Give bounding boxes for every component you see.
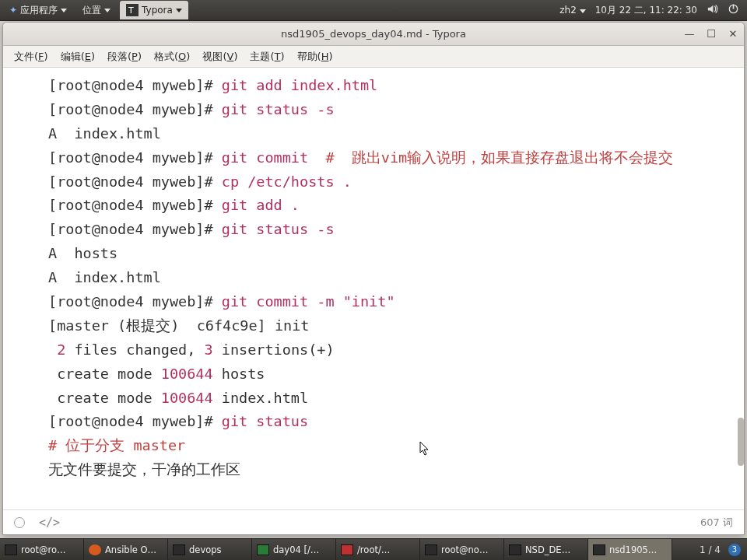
volume-icon[interactable] bbox=[707, 3, 718, 17]
taskbar-item[interactable]: devops bbox=[168, 539, 252, 560]
taskbar-item[interactable]: Ansible O… bbox=[84, 539, 168, 560]
chevron-down-icon bbox=[580, 9, 586, 13]
editor-line[interactable]: [root@node4 myweb]# git commit -m "init" bbox=[48, 290, 744, 314]
taskbar-item-label: devops bbox=[189, 544, 222, 555]
minimize-button[interactable]: — bbox=[683, 28, 696, 40]
taskbar-item[interactable]: root@ro… bbox=[0, 539, 84, 560]
app-menubar: 文件(F) 编辑(E) 段落(P) 格式(O) 视图(V) 主题(T) 帮助(H… bbox=[3, 46, 744, 68]
clock[interactable]: 10月 22 二, 11: 22: 30 bbox=[595, 4, 697, 17]
editor-line[interactable]: [root@node4 myweb]# cp /etc/hosts . bbox=[48, 170, 744, 194]
taskbar-item-label: day04 [/… bbox=[273, 544, 319, 555]
source-mode-icon[interactable]: </> bbox=[39, 516, 60, 530]
editor-line[interactable]: # 位于分支 master bbox=[48, 434, 744, 458]
taskbar-item[interactable]: /root/… bbox=[336, 539, 420, 560]
input-method-indicator[interactable]: zh2 bbox=[559, 5, 585, 16]
taskbar-item-label: Ansible O… bbox=[105, 544, 156, 555]
chevron-down-icon bbox=[176, 9, 182, 12]
editor-line[interactable]: [master (根提交) c6f4c9e] init bbox=[48, 314, 744, 338]
desktop-taskbar: root@ro…Ansible O…devopsday04 [/…/root/…… bbox=[0, 538, 747, 560]
notification-badge[interactable]: 3 bbox=[728, 544, 741, 556]
editor-line[interactable]: [root@node4 myweb]# git status bbox=[48, 410, 744, 434]
editor-line[interactable]: A index.html bbox=[48, 122, 744, 146]
ld-icon bbox=[341, 544, 353, 555]
editor-line[interactable]: create mode 100644 index.html bbox=[48, 387, 744, 411]
term-icon bbox=[5, 544, 17, 555]
active-app-indicator[interactable]: T Typora bbox=[120, 1, 188, 19]
editor-line[interactable]: 2 files changed, 3 insertions(+) bbox=[48, 338, 744, 362]
applications-menu[interactable]: ✦ 应用程序 bbox=[3, 1, 73, 20]
vertical-scrollbar-thumb[interactable] bbox=[738, 418, 744, 466]
taskbar-item-label: /root/… bbox=[357, 544, 390, 555]
taskbar-item-label: nsd1905… bbox=[609, 544, 657, 555]
menu-paragraph[interactable]: 段落(P) bbox=[101, 47, 148, 67]
taskbar-item-label: root@no… bbox=[441, 544, 488, 555]
term-icon bbox=[173, 544, 185, 555]
taskbar-item[interactable]: day04 [/… bbox=[252, 539, 336, 560]
places-menu[interactable]: 位置 bbox=[76, 1, 117, 20]
workspace-pager[interactable]: 1 / 4 bbox=[700, 544, 721, 555]
word-count[interactable]: 607 词 bbox=[700, 516, 733, 530]
editor-line[interactable]: A hosts bbox=[48, 242, 744, 266]
apps-icon: ✦ bbox=[9, 5, 17, 16]
maximize-button[interactable]: ☐ bbox=[705, 28, 717, 40]
editor-line[interactable]: [root@node4 myweb]# git add . bbox=[48, 194, 744, 218]
chevron-down-icon bbox=[61, 9, 67, 12]
outline-toggle-icon[interactable] bbox=[14, 517, 25, 528]
term-icon bbox=[509, 544, 521, 555]
editor-line[interactable]: [root@node4 myweb]# git status -s bbox=[48, 98, 744, 122]
editor-line[interactable]: 无文件要提交，干净的工作区 bbox=[48, 458, 744, 482]
power-icon[interactable] bbox=[728, 3, 739, 17]
typora-window: nsd1905_devops_day04.md - Typora — ☐ ✕ 文… bbox=[2, 22, 745, 535]
term-icon bbox=[593, 544, 605, 555]
window-title: nsd1905_devops_day04.md - Typora bbox=[281, 28, 466, 40]
editor-line[interactable]: [root@node4 myweb]# git commit # 跳出vim输入… bbox=[48, 146, 744, 170]
menu-format[interactable]: 格式(O) bbox=[148, 47, 196, 67]
taskbar-item[interactable]: root@no… bbox=[420, 539, 504, 560]
editor-area[interactable]: [root@node4 myweb]# git add index.html[r… bbox=[3, 68, 744, 509]
taskbar-item[interactable]: NSD_DE… bbox=[504, 539, 588, 560]
menu-edit[interactable]: 编辑(E) bbox=[54, 47, 101, 67]
menu-help[interactable]: 帮助(H) bbox=[291, 47, 339, 67]
editor-line[interactable]: A index.html bbox=[48, 266, 744, 290]
pc-icon bbox=[257, 544, 269, 555]
desktop-top-panel: ✦ 应用程序 位置 T Typora zh2 10月 22 二, 11: 22:… bbox=[0, 0, 747, 21]
status-bar: </> 607 词 bbox=[3, 509, 744, 534]
editor-line[interactable]: [root@node4 myweb]# git add index.html bbox=[48, 74, 744, 98]
term-icon bbox=[425, 544, 437, 555]
editor-line[interactable]: [root@node4 myweb]# git status -s bbox=[48, 218, 744, 242]
taskbar-item-label: NSD_DE… bbox=[525, 544, 570, 555]
typora-app-icon: T bbox=[126, 4, 139, 16]
window-titlebar[interactable]: nsd1905_devops_day04.md - Typora — ☐ ✕ bbox=[3, 23, 744, 46]
menu-file[interactable]: 文件(F) bbox=[8, 47, 54, 67]
chevron-down-icon bbox=[104, 9, 110, 12]
close-button[interactable]: ✕ bbox=[727, 28, 739, 40]
menu-theme[interactable]: 主题(T) bbox=[244, 47, 290, 67]
svg-text:T: T bbox=[128, 5, 134, 16]
taskbar-item[interactable]: nsd1905… bbox=[588, 539, 672, 560]
ff-icon bbox=[89, 544, 101, 555]
taskbar-item-label: root@ro… bbox=[21, 544, 66, 555]
menu-view[interactable]: 视图(V) bbox=[196, 47, 244, 67]
editor-line[interactable]: create mode 100644 hosts bbox=[48, 362, 744, 387]
